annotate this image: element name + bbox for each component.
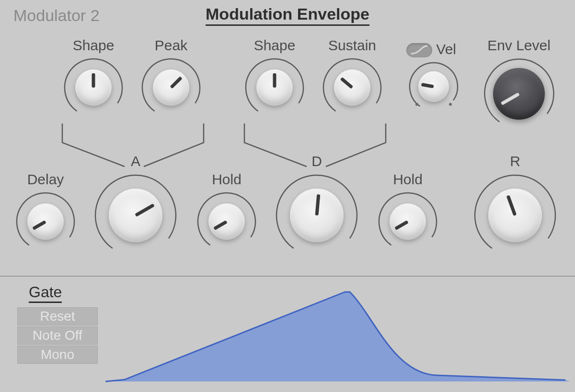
knob-env-level[interactable]: Env Level: [478, 37, 560, 131]
knob-label: Delay: [10, 171, 81, 188]
knob-delay[interactable]: Delay: [10, 171, 81, 253]
module-name: Modulator 2: [13, 6, 100, 25]
knob-decay[interactable]: D: [271, 153, 362, 258]
reset-button[interactable]: Reset: [17, 307, 98, 325]
tab-modulation-envelope[interactable]: Modulation Envelope: [206, 5, 369, 26]
svg-point-6: [449, 103, 452, 106]
knob-label: A: [90, 153, 181, 169]
section-divider: [0, 276, 575, 277]
knob-label: D: [271, 153, 362, 169]
knob-vel[interactable]: Vel: [402, 41, 465, 113]
mono-button[interactable]: Mono: [17, 346, 98, 364]
knob-label: R: [470, 153, 561, 169]
envelope-fill: [105, 292, 570, 381]
knob-label: Sustain: [316, 37, 388, 54]
envelope-display[interactable]: [105, 287, 570, 382]
knob-label: Hold: [191, 171, 263, 188]
knob-label: Shape: [58, 37, 129, 54]
svg-point-5: [415, 103, 418, 106]
knob-hold-1[interactable]: Hold: [191, 171, 263, 253]
panel-header: Modulator 2 Modulation Envelope: [0, 4, 575, 27]
knob-attack-shape[interactable]: Shape: [58, 37, 129, 119]
knob-decay-shape[interactable]: Shape: [239, 37, 310, 119]
knob-label: Shape: [239, 37, 310, 54]
knob-sustain[interactable]: Sustain: [316, 37, 388, 119]
knob-label: Peak: [135, 37, 207, 54]
tab-gate[interactable]: Gate: [29, 283, 62, 303]
knob-attack[interactable]: A: [90, 153, 181, 258]
knob-hold-2[interactable]: Hold: [372, 171, 444, 253]
knob-label: Vel: [402, 41, 465, 57]
knob-peak[interactable]: Peak: [135, 37, 207, 119]
note-off-button[interactable]: Note Off: [17, 326, 98, 345]
knob-release[interactable]: R: [470, 153, 561, 258]
knob-label: Env Level: [478, 37, 560, 54]
knob-label: Hold: [372, 171, 444, 188]
modulator-panel: Modulator 2 Modulation Envelope Shape Pe…: [0, 0, 575, 392]
